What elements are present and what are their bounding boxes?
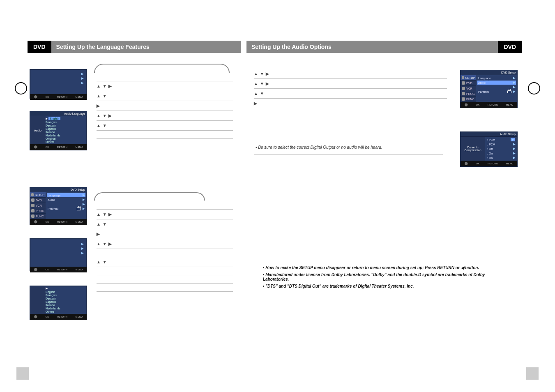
osd-row: Language▶ bbox=[477, 76, 516, 80]
step-line: ▲ ▼ ▶ bbox=[97, 239, 233, 249]
osd-panel-audio-setup: Audio Setup Dynamic Compression : PCM▶ :… bbox=[460, 131, 518, 167]
list-item: Others bbox=[46, 141, 85, 143]
gear-icon bbox=[465, 103, 468, 106]
caret-right-icon: ▶ bbox=[46, 287, 48, 290]
step-line: ▲ ▼ bbox=[97, 121, 233, 131]
step-line bbox=[97, 292, 233, 300]
osd-language-list: ▶ English Français Deutsch Español Itali… bbox=[46, 116, 87, 144]
step-line bbox=[97, 249, 233, 257]
osd-tab-setup: SETUP bbox=[461, 75, 476, 81]
step-line bbox=[97, 73, 233, 81]
osd-footer-menu: MENU bbox=[506, 104, 513, 106]
step-line: ▲ ▼ ▶ bbox=[97, 111, 233, 121]
osd-footer-ok: OK bbox=[45, 268, 49, 271]
osd-title: DVD Setup bbox=[30, 187, 87, 192]
osd-left-label: Dynamic Compression bbox=[462, 146, 484, 152]
osd-footer-return: RETURN bbox=[488, 162, 498, 165]
osd-footer-ok: OK bbox=[45, 221, 49, 223]
osd-footer-ok: OK bbox=[476, 104, 479, 106]
lock-icon bbox=[507, 90, 511, 93]
osd-row: ▶ bbox=[32, 76, 84, 81]
dvd-chip-left: DVD bbox=[28, 41, 51, 53]
osd-footer-return: RETURN bbox=[57, 268, 67, 271]
step-line: ▲ ▼ ▶ bbox=[97, 210, 233, 219]
osd-footer-menu: MENU bbox=[75, 221, 83, 223]
tape-icon bbox=[31, 204, 35, 207]
osd-panel-simple-1: ▶ ▶ ▶ OK RETURN MENU bbox=[30, 69, 87, 99]
osd-row: : PCM▶ bbox=[486, 138, 516, 142]
osd-footer-menu: MENU bbox=[506, 162, 513, 165]
page-marker-right bbox=[526, 367, 539, 380]
step-line: ▲ ▼ bbox=[97, 91, 233, 101]
note-box: • Be sure to select the correct Digital … bbox=[254, 140, 443, 155]
osd-title: DVD Setup bbox=[461, 70, 517, 75]
list-item: Others bbox=[46, 310, 85, 313]
osd-footer-menu: MENU bbox=[75, 268, 83, 271]
step-line bbox=[97, 275, 233, 284]
step-line bbox=[97, 131, 233, 139]
osd-footer: OK RETURN MENU bbox=[30, 314, 87, 320]
list-item: Español bbox=[46, 127, 85, 130]
osd-footer: OK RETURN MENU bbox=[30, 219, 87, 225]
osd-row: Language▶ bbox=[47, 193, 85, 197]
footer-bullets: • How to make the SETUP menu disappear o… bbox=[263, 263, 493, 291]
osd-tab-func: FUNC bbox=[30, 214, 46, 219]
gear-icon bbox=[34, 315, 37, 318]
osd-footer-return: RETURN bbox=[57, 316, 67, 318]
osd-left-label: Audio bbox=[34, 129, 41, 132]
step-line bbox=[97, 139, 233, 147]
osd-footer: OK RETURN MENU bbox=[461, 161, 517, 166]
clock-icon bbox=[31, 209, 35, 212]
osd-footer: OK RETURN MENU bbox=[30, 94, 87, 100]
osd-tab-dvd: DVD bbox=[461, 81, 476, 86]
footer-bullet: • How to make the SETUP menu disappear o… bbox=[263, 265, 493, 270]
step-line: ▶ bbox=[254, 99, 447, 108]
list-item: Nederlands bbox=[46, 307, 85, 310]
osd-row: Parental▶ bbox=[477, 90, 516, 94]
step-line: ▲ ▼ bbox=[97, 219, 233, 229]
step-line: ▶ bbox=[97, 229, 233, 239]
lock-icon bbox=[77, 208, 81, 210]
gear-icon bbox=[34, 268, 37, 271]
osd-tab-dvd: DVD bbox=[30, 198, 46, 203]
step-line: ▲ ▼ bbox=[254, 89, 447, 99]
punch-hole-left bbox=[15, 82, 27, 95]
osd-row: ▶ bbox=[32, 247, 84, 251]
steps-block-left-top: ▲ ▼ ▶ ▲ ▼ ▶ ▲ ▼ ▶ ▲ ▼ bbox=[97, 73, 233, 147]
osd-row: : On▶ bbox=[486, 156, 516, 160]
list-item: Deutsch bbox=[46, 124, 85, 127]
func-icon bbox=[31, 214, 35, 218]
list-item: Français bbox=[46, 121, 85, 124]
footer-bullet: • Manufactured under license from Dolby … bbox=[263, 272, 493, 281]
gear-icon bbox=[34, 95, 37, 99]
osd-footer-return: RETURN bbox=[57, 96, 67, 98]
func-icon bbox=[462, 97, 465, 101]
step-line: ▶ bbox=[97, 101, 233, 111]
osd-row: ▶ bbox=[32, 242, 84, 246]
osd-panel-dvd-setup: DVD Setup SETUP DVD VCR PROG FUNC Langua… bbox=[30, 187, 87, 225]
dvd-chip-right: DVD bbox=[498, 41, 522, 53]
list-item: Original bbox=[46, 137, 85, 140]
osd-row: ▶ bbox=[32, 251, 84, 255]
step-line bbox=[97, 201, 233, 210]
osd-language-list: ▶ English Français Deutsch Español Itali… bbox=[46, 286, 87, 314]
osd-title: Audio Language bbox=[30, 111, 87, 116]
osd-row: Audio▶ bbox=[477, 81, 516, 85]
osd-row: : PCM▶ bbox=[486, 142, 516, 146]
header-title-left: Setting Up the Language Features bbox=[51, 41, 241, 53]
osd-footer-menu: MENU bbox=[75, 146, 83, 148]
osd-row: : On▶ bbox=[486, 151, 516, 155]
osd-footer: OK RETURN MENU bbox=[30, 144, 87, 150]
step-line: ▲ ▼ ▶ bbox=[97, 81, 233, 91]
clock-icon bbox=[462, 92, 465, 95]
gear-icon bbox=[31, 193, 34, 196]
list-item: Nederlands bbox=[46, 134, 85, 137]
osd-title: Audio Setup bbox=[461, 132, 517, 137]
step-line: ▲ ▼ ▶ bbox=[254, 79, 447, 89]
osd-footer-menu: MENU bbox=[75, 316, 83, 318]
osd-footer-return: RETURN bbox=[57, 221, 67, 223]
list-item: Italiano bbox=[46, 131, 85, 134]
list-item: Español bbox=[46, 300, 85, 303]
gear-icon bbox=[465, 162, 468, 165]
osd-footer-menu: MENU bbox=[75, 96, 83, 98]
